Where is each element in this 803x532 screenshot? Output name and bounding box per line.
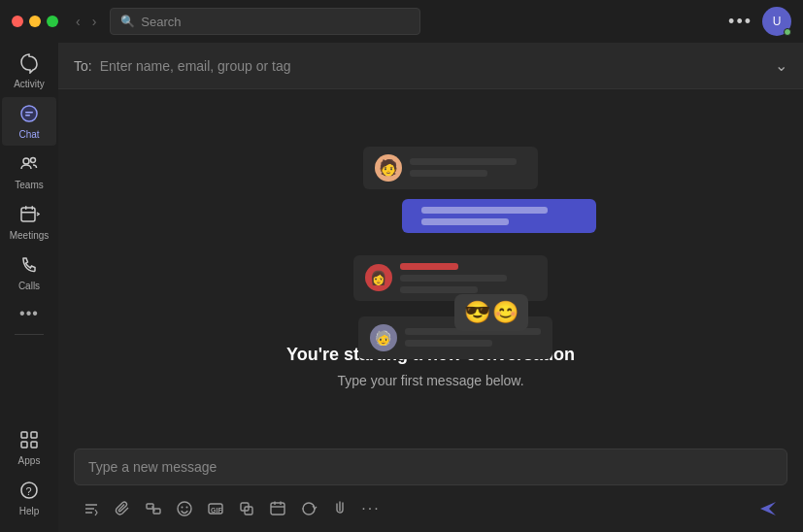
svg-rect-10 [21,432,27,438]
sidebar-bottom: Apps ? Help [2,423,56,532]
svg-rect-11 [31,432,37,438]
svg-point-23 [186,507,188,509]
svg-rect-13 [31,442,37,448]
illustration-card-1: 🧑 [363,147,538,189]
teams-label: Teams [15,180,43,190]
sidebar-item-meetings[interactable]: Meetings [2,198,56,247]
apps-icon [18,429,40,453]
presence-indicator [784,28,791,36]
svg-rect-6 [21,208,35,221]
illustration-card-2 [402,199,596,233]
sidebar-item-apps[interactable]: Apps [2,423,56,472]
illustration-avatar-4: 🧓 [370,324,397,351]
chat-illustration: 🧑 👩 [305,127,557,321]
toolbar-more-icon[interactable]: ··· [357,495,385,522]
content-area: To: Enter name, email, group or tag ⌄ 🧑 [58,43,803,532]
chat-label: Chat [18,129,39,140]
maximize-button[interactable] [47,16,58,27]
format-icon[interactable] [78,495,105,522]
search-bar[interactable]: 🔍 Search [110,8,419,35]
meetings-icon [18,204,40,228]
sidebar-item-help[interactable]: ? Help [2,474,56,522]
nav-arrows: ‹ › [72,12,100,31]
illustration-avatar-3: 👩 [365,264,392,291]
svg-rect-7 [21,212,35,214]
new-conversation-subtitle: Type your first message below. [337,373,523,388]
sidebar-item-calls[interactable]: Calls [2,249,56,297]
sidebar-divider [15,334,44,335]
forward-button[interactable]: › [88,12,101,31]
sidebar-item-activity[interactable]: Activity [2,47,56,95]
emoji-icon[interactable] [171,495,198,522]
svg-rect-12 [21,442,27,448]
message-input-area: Type a new message [58,449,803,532]
titlebar: ‹ › 🔍 Search ••• U [0,0,803,43]
main-layout: Activity Chat [0,43,803,532]
sidebar-item-teams[interactable]: Teams [2,148,56,196]
chevron-down-icon[interactable]: ⌄ [775,56,787,75]
svg-text:GIF: GIF [211,507,222,514]
calls-label: Calls [18,281,40,291]
help-icon: ? [18,480,40,504]
svg-rect-9 [32,206,34,210]
svg-rect-8 [25,206,27,210]
svg-text:?: ? [26,485,32,497]
svg-point-22 [182,507,184,509]
schedule-icon[interactable] [264,495,291,522]
sidebar: Activity Chat [0,43,58,532]
to-label: To: [74,58,92,74]
back-button[interactable]: ‹ [72,12,84,31]
emoji-reaction-card: 😎 😊 [454,294,528,331]
search-input[interactable]: Search [141,15,181,29]
toolbar-row: GIF [74,493,787,524]
search-icon: 🔍 [120,15,135,28]
teams-icon [18,153,40,178]
more-menu-button[interactable]: ••• [728,12,753,32]
activity-icon [18,52,40,77]
apps-label: Apps [18,455,41,466]
sticker-icon[interactable] [233,495,260,522]
minimize-button[interactable] [29,16,41,27]
sidebar-item-chat[interactable]: Chat [2,97,56,146]
chat-icon [18,103,40,127]
to-field[interactable]: To: Enter name, email, group or tag ⌄ [58,43,803,89]
close-button[interactable] [12,16,23,27]
avatar[interactable]: U [762,7,791,36]
svg-point-1 [21,106,37,121]
calls-icon [18,254,40,279]
attach-icon[interactable] [109,495,136,522]
loop-icon[interactable] [295,495,322,522]
link-icon[interactable] [140,495,167,522]
chat-area: 🧑 👩 [58,89,803,449]
svg-rect-3 [25,115,30,116]
gif-icon[interactable]: GIF [202,495,229,522]
meetings-label: Meetings [10,230,50,241]
traffic-lights [12,16,58,27]
raise-hand-icon[interactable] [326,495,353,522]
illustration-avatar-1: 🧑 [375,154,402,182]
message-input-box[interactable]: Type a new message [74,449,787,485]
svg-point-4 [23,158,29,164]
send-button[interactable] [753,493,784,524]
svg-rect-2 [25,112,33,114]
help-label: Help [19,506,40,516]
more-apps-button[interactable]: ••• [19,299,39,328]
svg-point-5 [31,158,36,163]
to-input[interactable]: Enter name, email, group or tag [100,58,775,74]
svg-rect-28 [271,503,284,515]
activity-label: Activity [14,79,45,89]
